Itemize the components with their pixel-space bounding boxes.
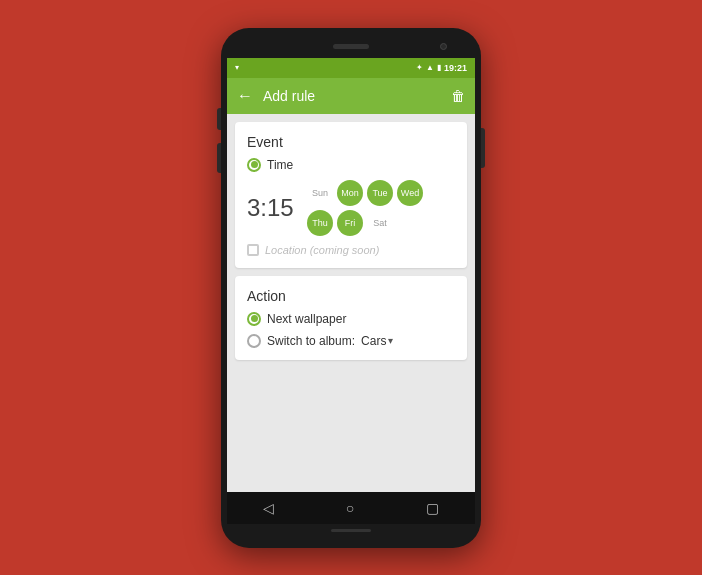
event-card: Event Time 3:15 Sun Mon Tue Wed bbox=[235, 122, 467, 268]
time-display[interactable]: 3:15 bbox=[247, 194, 297, 222]
content-area: Event Time 3:15 Sun Mon Tue Wed bbox=[227, 114, 475, 492]
status-right-area: ✦ ▲ ▮ 19:21 bbox=[416, 63, 467, 73]
delete-button[interactable]: 🗑 bbox=[451, 88, 465, 104]
day-mon[interactable]: Mon bbox=[337, 180, 363, 206]
status-time: 19:21 bbox=[444, 63, 467, 73]
phone-bottom-bar bbox=[331, 524, 371, 538]
location-label: Location (coming soon) bbox=[265, 244, 379, 256]
nav-home-button[interactable]: ○ bbox=[346, 500, 354, 516]
nav-back-button[interactable]: ◁ bbox=[263, 500, 274, 516]
dropdown-arrow-icon: ▾ bbox=[388, 335, 393, 346]
wifi-icon: ▾ bbox=[235, 63, 239, 72]
next-wallpaper-radio[interactable] bbox=[247, 312, 261, 326]
switch-to-label: Switch to album: bbox=[267, 334, 355, 348]
status-bar: ▾ ✦ ▲ ▮ 19:21 bbox=[227, 58, 475, 78]
album-dropdown[interactable]: Cars ▾ bbox=[361, 334, 393, 348]
days-grid: Sun Mon Tue Wed Thu Fri Sat bbox=[307, 180, 423, 236]
location-checkbox[interactable] bbox=[247, 244, 259, 256]
time-radio-row: Time bbox=[247, 158, 455, 172]
album-value: Cars bbox=[361, 334, 386, 348]
volume-up-button bbox=[217, 108, 221, 130]
event-card-title: Event bbox=[247, 134, 455, 150]
location-row: Location (coming soon) bbox=[247, 244, 455, 256]
day-fri[interactable]: Fri bbox=[337, 210, 363, 236]
days-row-top: Sun Mon Tue Wed bbox=[307, 180, 423, 206]
status-left-icons: ▾ bbox=[235, 63, 239, 72]
day-sun[interactable]: Sun bbox=[307, 180, 333, 206]
phone-screen: ▾ ✦ ▲ ▮ 19:21 ← Add rule 🗑 Event Time bbox=[227, 58, 475, 524]
volume-down-button bbox=[217, 143, 221, 173]
home-indicator bbox=[331, 529, 371, 532]
phone-camera bbox=[440, 43, 447, 50]
day-thu[interactable]: Thu bbox=[307, 210, 333, 236]
days-row-bottom: Thu Fri Sat bbox=[307, 210, 423, 236]
phone-speaker bbox=[333, 44, 369, 49]
time-radio-button[interactable] bbox=[247, 158, 261, 172]
next-wallpaper-row: Next wallpaper bbox=[247, 312, 455, 326]
phone-top-bar bbox=[227, 36, 475, 58]
time-days-row: 3:15 Sun Mon Tue Wed Thu Fri Sat bbox=[247, 180, 455, 236]
app-bar: ← Add rule 🗑 bbox=[227, 78, 475, 114]
phone-device: ▾ ✦ ▲ ▮ 19:21 ← Add rule 🗑 Event Time bbox=[221, 28, 481, 548]
action-card-title: Action bbox=[247, 288, 455, 304]
day-sat[interactable]: Sat bbox=[367, 210, 393, 236]
day-tue[interactable]: Tue bbox=[367, 180, 393, 206]
bluetooth-icon: ✦ bbox=[416, 63, 423, 72]
signal-icon: ▲ bbox=[426, 63, 434, 72]
power-button bbox=[481, 128, 485, 168]
nav-recents-button[interactable]: ▢ bbox=[426, 500, 439, 516]
switch-to-album-row: Switch to album: Cars ▾ bbox=[247, 334, 455, 348]
action-card: Action Next wallpaper Switch to album: C… bbox=[235, 276, 467, 360]
bottom-nav: ◁ ○ ▢ bbox=[227, 492, 475, 524]
app-bar-title: Add rule bbox=[263, 88, 451, 104]
back-button[interactable]: ← bbox=[237, 87, 253, 105]
battery-icon: ▮ bbox=[437, 63, 441, 72]
day-wed[interactable]: Wed bbox=[397, 180, 423, 206]
switch-to-album-radio[interactable] bbox=[247, 334, 261, 348]
next-wallpaper-label: Next wallpaper bbox=[267, 312, 346, 326]
time-radio-label: Time bbox=[267, 158, 293, 172]
